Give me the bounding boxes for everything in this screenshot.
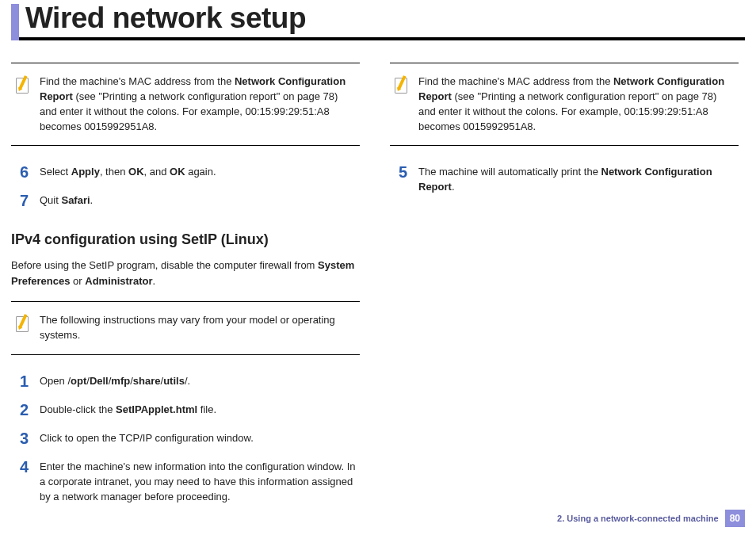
- step-number: 6: [11, 163, 29, 181]
- step-6: 6 Select Apply, then OK, and OK again.: [11, 163, 360, 181]
- step-text: Double-click the SetIPApplet.html file.: [40, 401, 360, 418]
- page-footer: 2. Using a network-connected machine 80: [557, 510, 745, 527]
- step-text: Click to open the TCP/IP configuration w…: [40, 430, 360, 446]
- linux-step-3: 3 Click to open the TCP/IP configuration…: [11, 430, 360, 447]
- step-number: 4: [11, 458, 29, 476]
- footer-page-number: 80: [725, 510, 745, 527]
- header-accent: [11, 4, 19, 40]
- pencil-note-icon: [14, 75, 32, 95]
- section-intro: Before using the SetIP program, disable …: [11, 258, 360, 289]
- pencil-note-icon: [393, 75, 410, 95]
- pencil-note-icon: [14, 313, 32, 334]
- note-instructions-vary: The following instructions may vary from…: [11, 301, 360, 355]
- step-5: 5 The machine will automatically print t…: [390, 163, 739, 195]
- content-columns: Find the machine's MAC address from the …: [0, 40, 756, 516]
- step-number: 5: [390, 163, 407, 181]
- left-column: Find the machine's MAC address from the …: [11, 40, 360, 516]
- note-text: The following instructions may vary from…: [40, 313, 357, 343]
- step-text: Select Apply, then OK, and OK again.: [40, 163, 360, 180]
- note-mac-address-left: Find the machine's MAC address from the …: [11, 63, 360, 146]
- step-text: The machine will automatically print the…: [418, 163, 739, 195]
- step-text: Open /opt/Dell/mfp/share/utils/.: [40, 373, 360, 389]
- step-text: Quit Safari.: [40, 192, 360, 208]
- note-text: Find the machine's MAC address from the …: [40, 75, 357, 134]
- step-text: Enter the machine's new information into…: [40, 458, 360, 505]
- linux-step-2: 2 Double-click the SetIPApplet.html file…: [11, 401, 360, 418]
- note-text: Find the machine's MAC address from the …: [418, 75, 735, 134]
- step-number: 1: [11, 373, 29, 390]
- linux-step-1: 1 Open /opt/Dell/mfp/share/utils/.: [11, 373, 360, 390]
- right-column: Find the machine's MAC address from the …: [390, 40, 739, 516]
- page-header: Wired network setup: [11, 0, 745, 40]
- step-number: 2: [11, 401, 29, 418]
- footer-chapter: 2. Using a network-connected machine: [557, 514, 719, 523]
- note-mac-address-right: Find the machine's MAC address from the …: [390, 63, 739, 146]
- linux-step-4: 4 Enter the machine's new information in…: [11, 458, 360, 505]
- step-7: 7 Quit Safari.: [11, 192, 360, 209]
- section-heading-ipv4-linux: IPv4 configuration using SetIP (Linux): [11, 231, 360, 248]
- step-number: 7: [11, 192, 29, 209]
- step-number: 3: [11, 430, 29, 447]
- page-title: Wired network setup: [25, 3, 306, 36]
